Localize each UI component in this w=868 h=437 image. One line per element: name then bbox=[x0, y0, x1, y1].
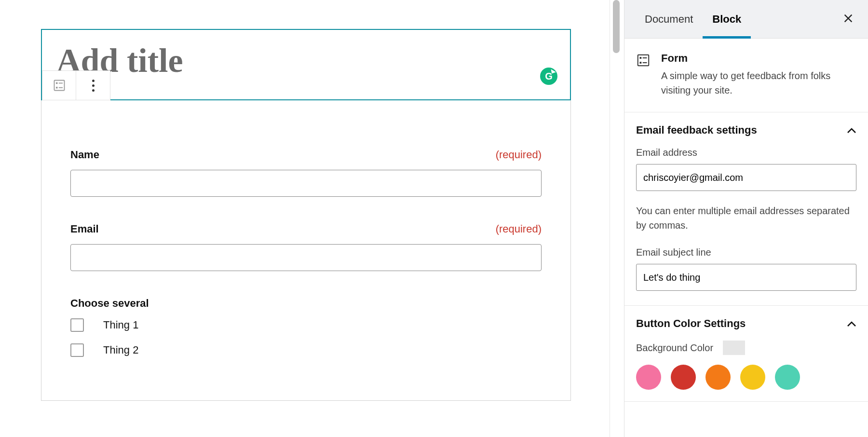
email-help-text: You can enter multiple email addresses s… bbox=[636, 204, 856, 232]
svg-rect-3 bbox=[56, 87, 58, 89]
block-desc-text: A simple way to get feedback from folks … bbox=[661, 68, 856, 97]
checkbox-input[interactable] bbox=[70, 343, 84, 357]
editor-pane: G Name (required) bbox=[0, 0, 610, 437]
subject-label: Email subject line bbox=[636, 247, 856, 258]
form-field-email: Email (required) bbox=[70, 223, 542, 271]
name-input[interactable] bbox=[70, 170, 542, 197]
panel-toggle[interactable]: Button Color Settings bbox=[636, 317, 856, 330]
required-badge: (required) bbox=[496, 149, 542, 161]
block-more-button[interactable] bbox=[76, 71, 110, 100]
color-swatch[interactable] bbox=[636, 365, 661, 390]
form-block[interactable]: Name (required) Email (required) Choose … bbox=[41, 100, 571, 401]
svg-rect-8 bbox=[640, 57, 642, 59]
email-input[interactable] bbox=[70, 244, 542, 271]
checkbox-label: Thing 1 bbox=[103, 319, 138, 331]
title-input[interactable] bbox=[56, 41, 556, 80]
checkbox-option: Thing 1 bbox=[70, 318, 542, 332]
field-label: Choose several bbox=[70, 297, 149, 310]
svg-rect-1 bbox=[56, 82, 58, 84]
scrollbar-thumb[interactable] bbox=[613, 0, 620, 53]
color-swatch[interactable] bbox=[775, 365, 800, 390]
email-address-label: Email address bbox=[636, 147, 856, 158]
color-swatch[interactable] bbox=[671, 365, 696, 390]
form-field-checkboxes: Choose several Thing 1 Thing 2 bbox=[70, 297, 542, 357]
title-block[interactable]: G bbox=[41, 29, 571, 100]
color-swatch[interactable] bbox=[705, 365, 731, 390]
form-field-name: Name (required) bbox=[70, 149, 542, 197]
required-badge: (required) bbox=[496, 223, 542, 235]
field-label: Name bbox=[70, 149, 99, 161]
current-color-swatch[interactable] bbox=[723, 341, 745, 355]
form-icon bbox=[636, 53, 651, 97]
block-toolbar bbox=[42, 70, 110, 100]
tab-document[interactable]: Document bbox=[635, 0, 703, 38]
checkbox-input[interactable] bbox=[70, 318, 84, 332]
settings-sidebar: Document Block Form A simple way to get … bbox=[624, 0, 868, 437]
close-icon bbox=[843, 13, 854, 24]
panel-toggle[interactable]: Email feedback settings bbox=[636, 124, 856, 137]
chevron-up-icon bbox=[847, 124, 856, 137]
chevron-up-icon bbox=[847, 317, 856, 330]
panel-title: Email feedback settings bbox=[636, 124, 757, 137]
checkbox-label: Thing 2 bbox=[103, 344, 138, 356]
panel-button-color: Button Color Settings Background Color bbox=[624, 306, 868, 402]
bg-color-label: Background Color bbox=[636, 342, 713, 354]
email-address-input[interactable] bbox=[636, 164, 856, 191]
subject-input[interactable] bbox=[636, 264, 856, 291]
checkbox-option: Thing 2 bbox=[70, 343, 542, 357]
field-label: Email bbox=[70, 223, 99, 235]
svg-rect-7 bbox=[638, 55, 649, 66]
block-name: Form bbox=[661, 52, 856, 65]
block-description: Form A simple way to get feedback from f… bbox=[624, 39, 868, 112]
color-swatch-row bbox=[636, 365, 856, 390]
tab-block[interactable]: Block bbox=[703, 0, 751, 38]
svg-rect-10 bbox=[640, 62, 642, 64]
color-swatch[interactable] bbox=[740, 365, 765, 390]
more-icon bbox=[92, 80, 95, 92]
editor-scrollbar[interactable] bbox=[610, 0, 624, 437]
svg-rect-0 bbox=[54, 81, 64, 91]
close-sidebar-button[interactable] bbox=[839, 8, 857, 31]
grammarly-icon[interactable]: G bbox=[540, 68, 557, 85]
sidebar-tabbar: Document Block bbox=[624, 0, 868, 39]
panel-title: Button Color Settings bbox=[636, 317, 746, 330]
block-type-button[interactable] bbox=[42, 71, 76, 100]
panel-email-feedback: Email feedback settings Email address Yo… bbox=[624, 112, 868, 306]
